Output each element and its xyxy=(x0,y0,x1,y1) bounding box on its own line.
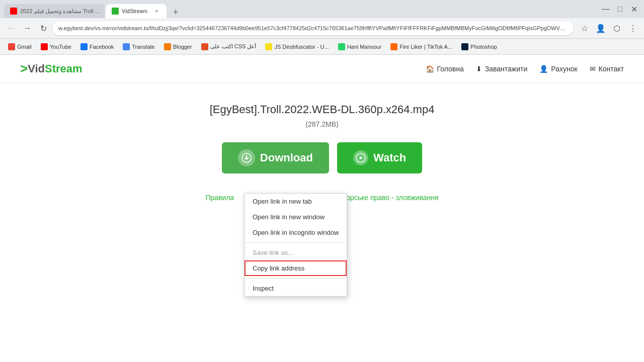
forward-button[interactable]: → xyxy=(20,21,34,35)
contact-icon: ✉ xyxy=(590,65,596,73)
bookmark-star-icon[interactable]: ☆ xyxy=(578,21,592,35)
nav-contact-label: Контакт xyxy=(599,65,624,73)
back-button[interactable]: ← xyxy=(4,21,18,35)
tab-active[interactable]: VidStream × xyxy=(106,4,167,18)
bookmark-css-label: اكتب على CSS أعل xyxy=(210,43,257,50)
download-nav-icon: ⬇ xyxy=(476,65,482,73)
blogger-icon xyxy=(164,43,171,50)
nav-account[interactable]: 👤 Рахунок xyxy=(539,65,577,73)
address-bar[interactable]: w.egybest.dev/vs-mirror/vidstream.to/f/t… xyxy=(52,21,574,35)
logo-prefix: > xyxy=(20,61,28,76)
play-triangle-icon xyxy=(356,153,366,163)
js-icon xyxy=(265,43,272,50)
photo-icon xyxy=(461,43,468,50)
bookmark-fire-label: Fire Liker | TikTok A... xyxy=(399,44,452,50)
close-button[interactable]: ✕ xyxy=(628,3,640,15)
bookmark-translate[interactable]: Translate xyxy=(119,42,158,51)
download-button[interactable]: Download xyxy=(222,142,329,173)
address-bar-icons: ☆ 👤 ⬡ ⋮ xyxy=(578,21,640,35)
bookmark-hani[interactable]: Hani Mansour xyxy=(334,42,385,51)
logo-vid: Vid xyxy=(28,62,45,75)
context-divider-2 xyxy=(245,278,347,279)
facebook-icon xyxy=(80,43,88,50)
bookmark-blogger[interactable]: Blogger xyxy=(160,42,196,51)
home-icon: 🏠 xyxy=(426,65,434,73)
tab-bar: مشاهدة وتحميل فيلم 2022 Troll ... × VidS… xyxy=(4,0,600,18)
bookmark-js[interactable]: JS Deobfuscator - U... xyxy=(261,42,333,51)
browser-chrome: مشاهدة وتحميل فيلم 2022 Troll ... × VidS… xyxy=(0,0,644,55)
nav-account-label: Рахунок xyxy=(551,65,577,73)
tab-favicon-2 xyxy=(112,8,119,15)
bookmark-css[interactable]: اكتب على CSS أعل xyxy=(197,42,261,51)
title-bar: مشاهدة وتحميل فيلم 2022 Troll ... × VidS… xyxy=(0,0,644,18)
account-icon: 👤 xyxy=(539,65,548,73)
nav-home-label: Головна xyxy=(437,65,464,73)
download-circle-icon xyxy=(238,149,255,166)
context-open-incognito[interactable]: Open link in incognito window xyxy=(245,225,347,240)
page-content: > VidStream 🏠 Головна ⬇ Завантажити 👤 Ра… xyxy=(0,55,644,362)
tab-close-2[interactable]: × xyxy=(152,7,160,15)
address-bar-row: ← → ↻ w.egybest.dev/vs-mirror/vidstream.… xyxy=(0,18,644,38)
download-label: Download xyxy=(260,151,313,164)
bookmark-translate-label: Translate xyxy=(132,44,154,50)
bookmark-photo[interactable]: Photoshop xyxy=(457,42,501,51)
css-icon xyxy=(201,43,208,50)
fire-icon xyxy=(390,43,397,50)
file-size: (287.2MB) xyxy=(305,120,338,128)
context-open-new-tab[interactable]: Open link in new tab xyxy=(245,194,347,209)
nav-links: 🏠 Головна ⬇ Завантажити 👤 Рахунок ✉ Конт… xyxy=(426,65,624,73)
tab-favicon-1 xyxy=(10,8,17,15)
file-title: [EgyBest].Troll.2022.WEB-DL.360p.x264.mp… xyxy=(210,103,435,116)
bookmark-js-label: JS Deobfuscator - U... xyxy=(274,44,329,50)
play-circle-icon xyxy=(353,150,368,165)
translate-icon xyxy=(123,43,130,50)
reload-button[interactable]: ↻ xyxy=(36,21,50,35)
bookmark-facebook[interactable]: Facebook xyxy=(76,42,118,51)
footer-copyright-link[interactable]: Авторське право - зловживання xyxy=(335,194,438,202)
tab-label-2: VidStream xyxy=(122,8,147,14)
nav-home[interactable]: 🏠 Головна xyxy=(426,65,464,73)
minimize-button[interactable]: — xyxy=(600,3,612,15)
nav-download-label: Завантажити xyxy=(485,65,528,73)
menu-icon[interactable]: ⋮ xyxy=(626,21,640,35)
address-text: w.egybest.dev/vs-mirror/vidstream.to/f/t… xyxy=(58,25,568,31)
logo-stream: Stream xyxy=(45,62,83,75)
bookmark-youtube-label: YouTube xyxy=(50,44,71,50)
nav-download[interactable]: ⬇ Завантажити xyxy=(476,65,528,73)
site-nav: > VidStream 🏠 Головна ⬇ Завантажити 👤 Ра… xyxy=(0,55,644,83)
watch-label: Watch xyxy=(373,151,406,164)
bookmark-hani-label: Hani Mansour xyxy=(347,44,381,50)
profile-icon[interactable]: 👤 xyxy=(594,21,608,35)
bookmark-fire[interactable]: Fire Liker | TikTok A... xyxy=(386,42,456,51)
context-menu: Open link in new tab Open link in new wi… xyxy=(244,193,347,297)
tab-label-1: مشاهدة وتحميل فيلم 2022 Troll ... xyxy=(20,8,100,15)
nav-contact[interactable]: ✉ Контакт xyxy=(590,65,624,73)
bookmark-gmail-label: Gmail xyxy=(17,44,32,50)
youtube-icon xyxy=(41,43,48,50)
action-buttons: Download Watch xyxy=(222,142,422,173)
download-arrow-icon xyxy=(242,153,252,163)
bookmarks-bar: Gmail YouTube Facebook Translate Blogger… xyxy=(0,38,644,54)
gmail-icon xyxy=(8,43,15,50)
context-open-new-window[interactable]: Open link in new window xyxy=(245,209,347,225)
site-logo[interactable]: > VidStream xyxy=(20,61,83,76)
bookmark-youtube[interactable]: YouTube xyxy=(37,42,75,51)
new-tab-button[interactable]: + xyxy=(170,6,182,18)
bookmark-blogger-label: Blogger xyxy=(173,44,192,50)
context-save-link: Save link as... xyxy=(245,245,347,260)
tab-inactive[interactable]: مشاهدة وتحميل فيلم 2022 Troll ... × xyxy=(4,4,105,18)
bookmark-facebook-label: Facebook xyxy=(90,44,114,50)
footer-rules-link[interactable]: Правила xyxy=(205,194,234,202)
bookmark-gmail[interactable]: Gmail xyxy=(4,42,36,51)
svg-marker-2 xyxy=(360,156,363,159)
context-inspect[interactable]: Inspect xyxy=(245,281,347,296)
watch-button[interactable]: Watch xyxy=(337,142,422,173)
extensions-icon[interactable]: ⬡ xyxy=(610,21,624,35)
hani-icon xyxy=(338,43,345,50)
context-copy-link[interactable]: Copy link address xyxy=(245,260,347,276)
maximize-button[interactable]: □ xyxy=(614,3,626,15)
bookmark-photo-label: Photoshop xyxy=(470,44,497,50)
window-controls: — □ ✕ xyxy=(600,3,640,15)
context-divider-1 xyxy=(245,242,347,243)
